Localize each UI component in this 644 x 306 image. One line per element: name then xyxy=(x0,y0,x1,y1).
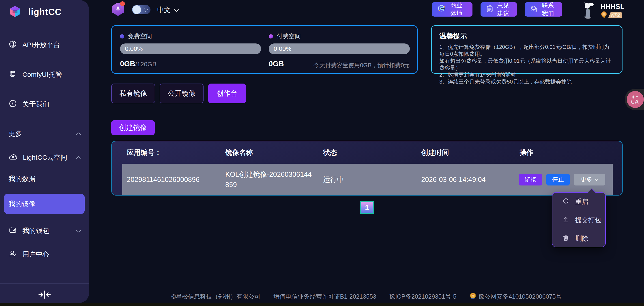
tab-creation-studio[interactable]: 创作台 xyxy=(208,84,246,103)
free-space-label-row: 免费空间 xyxy=(120,32,152,40)
sidebar-item-label: 用户中心 xyxy=(22,250,49,259)
sidebar-item-label: API开放平台 xyxy=(22,40,60,50)
paid-space-percent: 0.00% xyxy=(274,45,291,52)
sidebar-item-label: LightCC云空间 xyxy=(23,153,67,162)
translate-icon: A xyxy=(627,91,644,108)
sidebar-item-label: 我的数据 xyxy=(8,174,36,184)
free-space-used: 0GB xyxy=(120,60,135,68)
sidebar-item-about[interactable]: 关于我们 xyxy=(0,97,89,111)
column-header-image-name: 镜像名称 xyxy=(225,141,253,164)
app-root: lightCC API开放平台 ComfyUI托管 xyxy=(0,0,644,306)
more-button[interactable]: 更多 xyxy=(574,174,605,186)
cell-created-at: 2026-03-06 14:49:04 xyxy=(421,164,486,195)
globe-icon xyxy=(8,40,17,50)
toggle-knob xyxy=(132,6,141,14)
menu-item-restart[interactable]: 重启 xyxy=(552,193,605,211)
footer-telecom-license[interactable]: 增值电信业务经营许可证B1-20213553 xyxy=(274,292,376,300)
chevron-down-icon xyxy=(75,227,82,234)
paid-space-dot-icon xyxy=(269,34,273,38)
chevron-up-icon xyxy=(75,130,82,138)
paid-space-label-row: 付费空间 xyxy=(269,32,301,40)
restart-icon xyxy=(562,198,570,206)
brand-logo[interactable]: lightCC xyxy=(8,5,62,19)
language-label: 中文 xyxy=(157,6,171,14)
feedback-button-label: 意见建议 xyxy=(497,1,512,18)
contact-button[interactable]: 联系我们 xyxy=(525,2,562,16)
cell-app-id: 2029811461026000896 xyxy=(127,164,200,195)
footer-icp[interactable]: 豫ICP备2021029351号-5 xyxy=(389,292,456,300)
free-space-section: 免费空间 0.00% 0GB/120GB xyxy=(120,26,261,73)
user-avatar[interactable] xyxy=(581,2,595,19)
sidebar-collapse-button[interactable] xyxy=(0,287,89,303)
comfyui-icon xyxy=(8,70,17,80)
sidebar-item-label: 我的钱包 xyxy=(22,226,49,236)
svg-text:A: A xyxy=(635,98,639,104)
paid-space-used: 0GB xyxy=(269,60,284,68)
theme-toggle[interactable] xyxy=(132,5,150,14)
wallet-icon xyxy=(8,226,17,236)
menu-item-submit-package[interactable]: 提交打包 xyxy=(552,211,605,230)
column-header-status: 状态 xyxy=(323,141,337,164)
free-space-dot-icon xyxy=(120,34,124,38)
notification-dot xyxy=(120,1,125,6)
desktop-edge-strip xyxy=(0,303,644,306)
column-header-app-id: 应用编号： xyxy=(127,141,162,164)
toggle-stars xyxy=(144,8,145,8)
sidebar-item-label: 关于我们 xyxy=(22,100,49,109)
sidebar-item-user-center[interactable]: 用户中心 xyxy=(0,247,89,262)
police-badge-icon xyxy=(470,292,476,301)
free-space-label: 免费空间 xyxy=(128,32,152,40)
tips-line: 2、数据更新会有1~5分钟的延时 xyxy=(439,71,614,78)
free-space-progressbar: 0.00% xyxy=(120,44,261,54)
business-button[interactable]: 商业落地 xyxy=(432,2,472,16)
bell-icon xyxy=(115,6,121,13)
sidebar-item-my-data[interactable]: 我的数据 xyxy=(0,172,89,186)
footer: ©星松信息科技（郑州）有限公司 增值电信业务经营许可证B1-20213553 豫… xyxy=(89,290,644,303)
paid-space-label: 付费空间 xyxy=(276,32,301,40)
chevron-down-icon xyxy=(174,6,180,14)
cell-status: 运行中 xyxy=(323,164,344,195)
chevron-down-icon xyxy=(594,176,598,183)
user-icon xyxy=(8,249,17,260)
table-row: 2029811461026000896 KOL创建镜像-202603061448… xyxy=(122,164,613,195)
menu-item-delete[interactable]: 删除 xyxy=(552,230,605,248)
menu-item-label: 删除 xyxy=(575,234,588,243)
robot-icon xyxy=(437,4,447,15)
column-header-actions: 操作 xyxy=(520,141,534,164)
menu-item-label: 重启 xyxy=(575,197,588,206)
feedback-button[interactable]: 意见建议 xyxy=(480,2,517,16)
column-header-created-at: 创建时间 xyxy=(421,141,449,164)
sidebar-item-my-wallet[interactable]: 我的钱包 xyxy=(0,224,89,238)
sidebar-item-my-images[interactable]: 我的镜像 xyxy=(4,194,85,214)
link-button[interactable]: 链接 xyxy=(519,174,542,186)
translate-fab[interactable]: A xyxy=(625,89,644,110)
menu-item-label: 提交打包 xyxy=(575,216,601,225)
user-name[interactable]: HHHSL xyxy=(600,3,624,11)
sidebar-item-api-platform[interactable]: API开放平台 xyxy=(0,38,89,52)
paid-space-progressbar: 0.00% xyxy=(269,44,410,54)
info-icon xyxy=(8,99,17,109)
contact-button-label: 联系我们 xyxy=(542,1,557,18)
sidebar-item-more[interactable]: 更多 xyxy=(0,126,89,141)
free-space-percent: 0.00% xyxy=(125,45,143,52)
free-space-usage: 0GB/120GB xyxy=(120,60,156,68)
tab-public-images[interactable]: 公开镜像 xyxy=(160,84,204,103)
sidebar-item-cloud-space[interactable]: LightCC云空间 xyxy=(0,150,89,165)
footer-police-record[interactable]: 豫公网安备41010502006075号 xyxy=(470,292,562,301)
trash-icon xyxy=(562,234,570,243)
footer-police-record-label: 豫公网安备41010502006075号 xyxy=(478,292,562,300)
free-space-total: /120GB xyxy=(135,61,156,68)
language-selector[interactable]: 中文 xyxy=(157,6,180,14)
create-image-button[interactable]: 创建镜像 xyxy=(111,120,155,135)
sidebar-item-comfyui[interactable]: ComfyUI托管 xyxy=(0,68,89,82)
wechat-icon xyxy=(530,4,539,14)
more-dropdown-menu: 重启 提交打包 删除 xyxy=(552,192,606,247)
stop-button[interactable]: 停止 xyxy=(546,174,570,186)
business-button-label: 商业落地 xyxy=(450,1,468,18)
paid-space-usage: 0GB xyxy=(269,60,284,68)
tab-private-images[interactable]: 私有镜像 xyxy=(111,84,155,103)
pagination-page-1[interactable]: 1 xyxy=(360,201,374,214)
paid-space-section: 付费空间 0.00% 0GB 今天付费容量使用0GB，预计扣费0元 xyxy=(269,26,410,73)
images-table: 应用编号： 镜像名称 状态 创建时间 操作 202981146102600089… xyxy=(111,141,623,196)
sidebar-divider xyxy=(0,283,89,284)
